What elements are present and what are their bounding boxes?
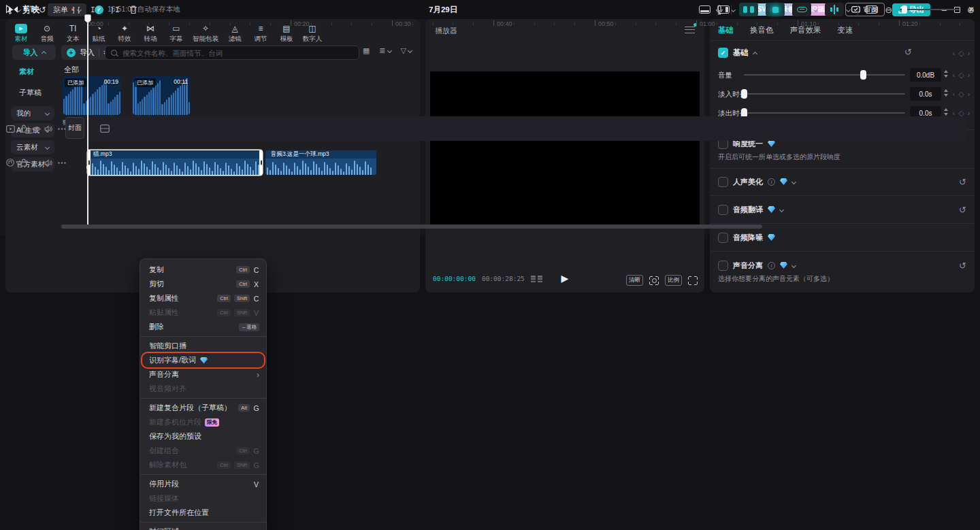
split-icon[interactable]: ][ bbox=[71, 5, 82, 14]
menu-item-3[interactable]: 复制属性CtrlShiftC bbox=[140, 291, 266, 305]
more-icon[interactable] bbox=[57, 158, 67, 167]
clip-right-handle[interactable] bbox=[259, 150, 263, 175]
slider-thumb[interactable] bbox=[741, 89, 747, 99]
chevron-down-icon[interactable] bbox=[791, 263, 796, 267]
ruler-tick bbox=[858, 22, 859, 25]
trim-left-icon[interactable]: I[ bbox=[91, 5, 101, 14]
shortcut-key: X bbox=[253, 280, 259, 288]
menu-item-7[interactable]: 智能剪口播 bbox=[140, 339, 266, 353]
slider-thumb[interactable] bbox=[860, 70, 866, 80]
delete-icon[interactable] bbox=[129, 5, 137, 14]
video-track-header bbox=[0, 116, 69, 141]
video-track[interactable] bbox=[88, 116, 966, 141]
main-track-magnet-toggle[interactable] bbox=[739, 3, 758, 16]
option-checkbox[interactable] bbox=[718, 261, 728, 271]
value-stepper[interactable] bbox=[944, 89, 948, 97]
option-checkbox[interactable] bbox=[718, 177, 728, 187]
slider-track[interactable] bbox=[744, 112, 905, 114]
reset-icon[interactable]: ↺ bbox=[904, 48, 912, 56]
reset-icon[interactable]: ↺ bbox=[959, 261, 966, 270]
basic-checkbox[interactable]: ✓ bbox=[718, 48, 728, 58]
sidebar-item-2[interactable]: 子草稿 bbox=[5, 82, 60, 103]
ruler-tick bbox=[392, 20, 393, 26]
preview-quality-icon[interactable] bbox=[866, 5, 877, 14]
menu-item-5[interactable]: 删除←退格 bbox=[140, 320, 266, 334]
filter-button[interactable]: ▽ bbox=[401, 46, 412, 55]
trim-right-icon[interactable]: ]I bbox=[110, 5, 120, 14]
timeline-zoom-slider[interactable] bbox=[900, 9, 960, 10]
horizontal-scrollbar[interactable] bbox=[60, 225, 969, 229]
zoom-slider-thumb[interactable] bbox=[902, 5, 907, 14]
timeline-audio-clip-2[interactable]: 音频3.这是一个球.mp3 bbox=[265, 150, 376, 175]
video-preview[interactable] bbox=[430, 71, 700, 225]
ruler-label: 00:20 bbox=[291, 20, 310, 27]
menu-item-label: 粘贴属性 bbox=[149, 308, 179, 318]
reset-icon[interactable]: ↺ bbox=[959, 178, 966, 186]
slider-track[interactable] bbox=[744, 93, 905, 95]
play-button[interactable]: ▶ bbox=[561, 273, 569, 284]
keyframe-controls[interactable]: ‹◇› bbox=[953, 49, 970, 58]
menu-item-8[interactable]: 识别字幕/歌词 bbox=[140, 353, 266, 367]
record-voiceover-icon[interactable] bbox=[715, 5, 723, 15]
search-input[interactable] bbox=[121, 48, 353, 58]
undo-icon[interactable]: ↺ bbox=[39, 5, 46, 14]
search-bar[interactable] bbox=[105, 46, 359, 60]
keyframe-controls[interactable]: ‹◇› bbox=[953, 71, 970, 80]
value-stepper[interactable] bbox=[944, 108, 948, 116]
sidebar-item-1[interactable]: 素材 bbox=[5, 61, 60, 82]
media-tab-label: 滤镜 bbox=[229, 35, 242, 44]
option-checkbox[interactable] bbox=[718, 205, 728, 215]
menu-item-18[interactable]: 停用片段V bbox=[140, 477, 266, 491]
scrollbar-thumb[interactable] bbox=[61, 225, 762, 229]
linkage-toggle[interactable] bbox=[792, 3, 817, 16]
menu-item-14[interactable]: 保存为我的预设 bbox=[140, 429, 266, 444]
media-clip-card[interactable]: 已添加00:19 bbox=[63, 76, 121, 115]
ratio-badge[interactable]: 比例 bbox=[665, 275, 682, 286]
lock-icon[interactable] bbox=[19, 124, 29, 133]
chevron-up-icon bbox=[41, 51, 46, 56]
menu-item-12[interactable]: 新建复合片段（子草稿）AltG bbox=[140, 401, 266, 415]
fullscreen-icon[interactable] bbox=[688, 276, 698, 285]
lock-icon[interactable] bbox=[19, 158, 29, 167]
menu-item-9[interactable]: 声音分离› bbox=[140, 367, 266, 382]
mute-icon[interactable] bbox=[44, 158, 53, 167]
media-clip-card[interactable]: 已添加00:11 bbox=[132, 76, 191, 115]
sort-button[interactable]: ≣ bbox=[379, 46, 391, 55]
divider bbox=[29, 5, 30, 15]
menu-item-1[interactable]: 复制CtrlC bbox=[140, 263, 266, 277]
grid-view-icon[interactable]: ▦ bbox=[363, 46, 370, 55]
menu-item-20[interactable]: 打开文件所在位置 bbox=[140, 506, 266, 520]
mute-icon[interactable] bbox=[44, 124, 53, 133]
import-dropdown-label: 导入 bbox=[23, 48, 38, 58]
option-checkbox[interactable] bbox=[718, 233, 728, 243]
cover-button[interactable]: 封面 bbox=[65, 117, 84, 139]
keyframe-controls[interactable]: ‹◇› bbox=[953, 90, 970, 99]
preview-axis-toggle[interactable] bbox=[825, 3, 850, 16]
preview-zoom-icon[interactable] bbox=[649, 276, 659, 285]
time-ruler[interactable]: 00:0000:2000:3000:4000:5001:0001:1001:20 bbox=[0, 19, 980, 29]
basic-section-title: 基础 bbox=[733, 48, 749, 58]
menu-item-2[interactable]: 剪切CtrlX bbox=[140, 277, 266, 291]
auto-snap-toggle[interactable] bbox=[766, 3, 785, 16]
menu-item-label: 解除素材包 bbox=[149, 460, 186, 470]
select-tool-button[interactable] bbox=[5, 5, 20, 14]
reset-icon[interactable]: ↺ bbox=[959, 205, 966, 214]
menu-item-22[interactable]: 时间区域› bbox=[140, 525, 266, 530]
timeline-audio-clip-1[interactable]: 猫.mp3 bbox=[88, 150, 262, 175]
slider-track[interactable] bbox=[744, 74, 905, 76]
value-stepper[interactable] bbox=[944, 70, 948, 78]
zoom-in-icon[interactable]: ⊕ bbox=[967, 5, 975, 14]
eye-icon[interactable] bbox=[31, 124, 41, 133]
menu-item-13: 新建多机位片段限免 bbox=[140, 415, 266, 429]
redo-icon[interactable]: ↻ bbox=[55, 5, 63, 14]
chevron-down-icon[interactable] bbox=[791, 179, 796, 184]
collapse-icon[interactable] bbox=[753, 51, 757, 56]
frame-preview-icon[interactable] bbox=[531, 276, 542, 282]
chevron-down-icon[interactable] bbox=[779, 207, 784, 212]
keycap: Ctrl bbox=[217, 309, 231, 316]
quality-badge[interactable]: 清晰 bbox=[626, 275, 643, 286]
import-dropdown[interactable]: 导入 bbox=[12, 45, 56, 60]
zoom-out-icon[interactable]: ⊖ bbox=[885, 5, 892, 14]
playhead-line[interactable] bbox=[87, 20, 88, 225]
option-description: 选择你想要分离的声音元素（可多选） bbox=[718, 274, 834, 284]
